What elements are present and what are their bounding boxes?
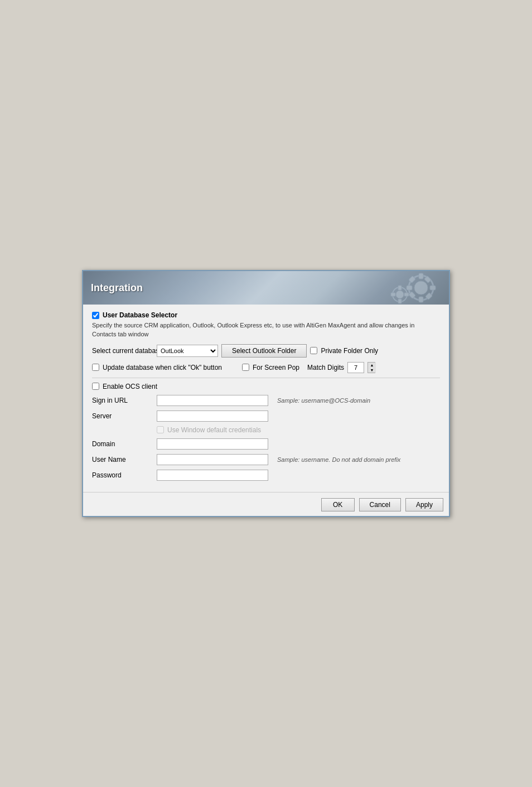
select-outlook-folder-button[interactable]: Select Outlook Folder <box>221 344 307 358</box>
svg-rect-12 <box>398 286 402 290</box>
integration-dialog: Integration <box>82 270 450 517</box>
match-digits-spinner[interactable]: ▲ ▼ <box>367 362 375 373</box>
private-folder-only-checkbox[interactable] <box>310 347 317 354</box>
sign-in-url-hint: Sample: username@OCS-domain <box>277 397 370 404</box>
spinner-down-button[interactable]: ▼ <box>368 368 376 373</box>
dialog-body: User Database Selector Specify the sourc… <box>83 305 449 492</box>
svg-rect-14 <box>391 293 395 296</box>
spinner-up-button[interactable]: ▲ <box>368 363 376 368</box>
for-screen-pop-checkbox[interactable] <box>242 364 249 371</box>
use-window-default-checkbox[interactable] <box>157 426 164 433</box>
match-digits-input[interactable]: 7 <box>347 362 364 373</box>
svg-rect-5 <box>430 286 436 290</box>
password-label: Password <box>92 471 153 479</box>
sign-in-url-label: Sign in URL <box>92 397 153 404</box>
dialog-title: Integration <box>91 282 143 294</box>
domain-input[interactable] <box>157 438 268 450</box>
use-window-credentials-row: Use Window default credentials <box>92 426 440 434</box>
description-text: Specify the source CRM application, Outl… <box>92 321 440 339</box>
update-db-label[interactable]: Update database when click "Ok" button <box>103 364 222 371</box>
user-name-hint: Sample: username. Do not add domain pref… <box>277 456 400 463</box>
ok-button[interactable]: OK <box>321 498 355 511</box>
svg-rect-4 <box>407 286 412 290</box>
database-dropdown[interactable]: OutLook Outlook Express Other CRM <box>157 345 218 357</box>
svg-rect-2 <box>419 273 423 279</box>
server-input[interactable] <box>157 411 268 422</box>
use-window-default-label[interactable]: Use Window default credentials <box>167 426 261 434</box>
svg-point-1 <box>414 281 428 294</box>
enable-ocs-row: Enable OCS client <box>92 383 440 390</box>
private-folder-only-label[interactable]: Private Folder Only <box>321 347 378 355</box>
sign-in-url-input[interactable] <box>157 395 268 406</box>
enable-ocs-checkbox[interactable] <box>92 383 99 390</box>
domain-row: Domain <box>92 438 440 450</box>
update-db-checkbox[interactable] <box>92 364 99 371</box>
user-name-label: User Name <box>92 456 153 463</box>
select-db-row: Select current database: OutLook Outlook… <box>92 344 440 358</box>
enable-ocs-label[interactable]: Enable OCS client <box>103 383 157 390</box>
user-name-row: User Name Sample: username. Do not add d… <box>92 454 440 465</box>
title-bar: Integration <box>83 271 449 305</box>
sign-in-url-row: Sign in URL Sample: username@OCS-domain <box>92 395 440 406</box>
select-db-label: Select current database: <box>92 347 153 355</box>
update-screenpop-row: Update database when click "Ok" button F… <box>92 362 440 373</box>
cancel-button[interactable]: Cancel <box>359 498 401 511</box>
password-input[interactable] <box>157 470 268 481</box>
user-db-selector-label[interactable]: User Database Selector <box>103 311 177 319</box>
apply-button[interactable]: Apply <box>405 498 443 511</box>
divider-1 <box>92 378 440 378</box>
gear-decoration <box>365 271 443 305</box>
svg-rect-13 <box>398 299 402 303</box>
server-row: Server <box>92 411 440 422</box>
password-row: Password <box>92 470 440 481</box>
user-db-selector-checkbox[interactable] <box>92 312 99 319</box>
svg-point-11 <box>396 291 404 298</box>
page-background: Integration <box>0 0 532 787</box>
dialog-footer: OK Cancel Apply <box>83 492 449 516</box>
user-name-input[interactable] <box>157 454 268 465</box>
svg-rect-3 <box>419 297 423 302</box>
match-digits-label: Match Digits <box>307 364 344 371</box>
domain-label: Domain <box>92 440 153 448</box>
server-label: Server <box>92 412 153 420</box>
svg-rect-15 <box>404 293 409 296</box>
user-db-selector-section: User Database Selector <box>92 311 440 319</box>
for-screen-pop-label[interactable]: For Screen Pop <box>253 364 299 371</box>
